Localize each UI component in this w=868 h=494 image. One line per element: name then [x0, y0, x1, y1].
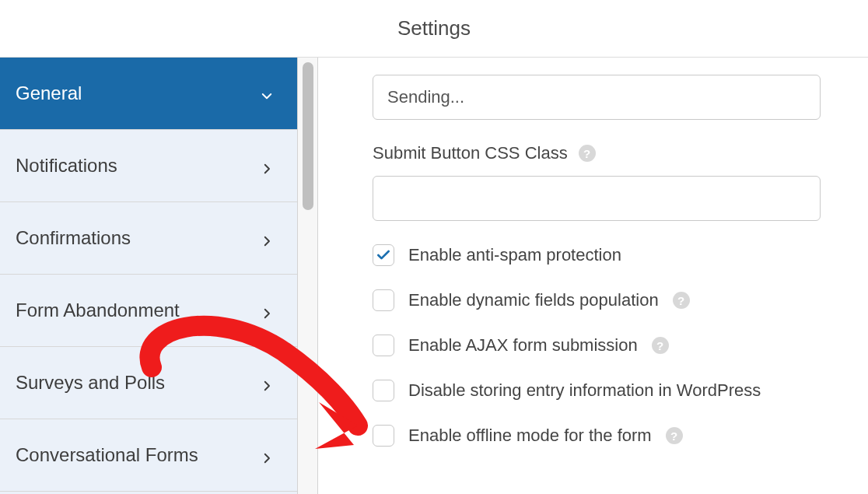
checkbox-label: Enable offline mode for the form [408, 426, 652, 446]
settings-title: Settings [397, 16, 471, 40]
help-icon[interactable]: ? [673, 292, 690, 309]
checkbox[interactable] [373, 244, 394, 266]
option-offline-mode[interactable]: Enable offline mode for the form ? [373, 425, 837, 447]
scrollbar-thumb[interactable] [303, 62, 313, 210]
checkbox[interactable] [373, 289, 394, 311]
checkbox-label: Enable dynamic fields population [408, 290, 659, 310]
chevron-down-icon [260, 86, 274, 100]
checkbox[interactable] [373, 380, 394, 401]
chevron-right-icon [260, 376, 274, 390]
settings-panel: Sending... Submit Button CSS Class ? Ena… [318, 58, 868, 494]
option-disable-storing-entry[interactable]: Disable storing entry information in Wor… [373, 380, 837, 401]
submit-css-class-input[interactable] [373, 176, 821, 221]
chevron-right-icon [260, 448, 274, 462]
checkbox[interactable] [373, 335, 394, 356]
sidebar-item-label: Form Abandonment [16, 300, 180, 321]
sidebar-item-confirmations[interactable]: Confirmations [0, 202, 297, 275]
sidebar-item-label: Surveys and Polls [16, 372, 165, 394]
sidebar-item-form-abandonment[interactable]: Form Abandonment [0, 275, 297, 347]
sidebar-item-label: Confirmations [16, 227, 131, 249]
settings-header: Settings [0, 0, 868, 58]
field-value: Sending... [387, 87, 464, 107]
sidebar-item-general[interactable]: General [0, 58, 297, 130]
sidebar-item-label: Notifications [16, 155, 117, 177]
help-icon[interactable]: ? [579, 145, 596, 162]
checkbox[interactable] [373, 425, 394, 447]
chevron-right-icon [260, 159, 274, 173]
submit-processing-text-input[interactable]: Sending... [373, 75, 821, 120]
checkbox-label: Disable storing entry information in Wor… [408, 380, 761, 401]
sidebar-item-notifications[interactable]: Notifications [0, 130, 297, 202]
sidebar-item-surveys-polls[interactable]: Surveys and Polls [0, 347, 297, 419]
css-class-label: Submit Button CSS Class [373, 143, 568, 163]
checkbox-label: Enable AJAX form submission [408, 335, 638, 356]
help-icon[interactable]: ? [666, 427, 683, 444]
option-dynamic-fields[interactable]: Enable dynamic fields population ? [373, 289, 837, 311]
settings-sidebar: General Notifications Confirmations Form… [0, 58, 298, 494]
checkbox-label: Enable anti-spam protection [408, 245, 621, 265]
scrollbar-track[interactable] [298, 58, 318, 494]
sidebar-item-conversational-forms[interactable]: Conversational Forms [0, 419, 297, 492]
help-icon[interactable]: ? [652, 337, 669, 354]
chevron-right-icon [260, 303, 274, 317]
sidebar-item-label: General [16, 82, 82, 104]
sidebar-item-label: Conversational Forms [16, 444, 198, 466]
chevron-right-icon [260, 231, 274, 245]
option-ajax-submission[interactable]: Enable AJAX form submission ? [373, 335, 837, 356]
option-anti-spam[interactable]: Enable anti-spam protection [373, 244, 837, 266]
